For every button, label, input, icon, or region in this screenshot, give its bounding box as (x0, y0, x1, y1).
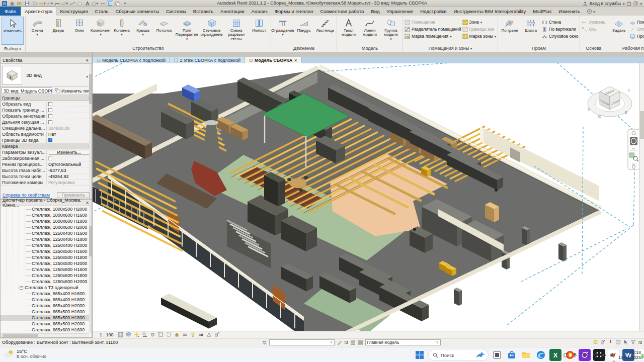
room-tag-button[interactable]: Марка помещения (405, 33, 461, 40)
visual-style-icon[interactable] (125, 332, 132, 338)
model-line-button[interactable]: Линия модели (360, 17, 380, 37)
set-workplane-button[interactable]: Задать (609, 17, 629, 33)
room-button[interactable]: Помещение (405, 19, 461, 26)
tree-item[interactable]: Стеллаж, 1000x600 H1800 (1, 218, 89, 224)
property-row[interactable]: Положение камерыРегулировка (1, 179, 92, 186)
edge-icon[interactable] (535, 349, 547, 361)
vertical-opening-button[interactable]: По вертикали (542, 26, 578, 33)
zoom-region-icon[interactable] (630, 153, 634, 157)
crop-visible-checkbox[interactable] (48, 108, 52, 112)
mullion-button[interactable]: Импост (249, 17, 269, 33)
door-button[interactable]: Дверь (48, 17, 68, 33)
undo-icon[interactable] (39, 1, 45, 6)
apply-button[interactable]: Применить (57, 192, 90, 198)
shaft-button[interactable]: Шахта (521, 17, 541, 33)
view-tab[interactable]: 1 этаж СБОРКА с подложкой (170, 57, 245, 63)
active-workset-select[interactable]: ∨ (269, 339, 335, 345)
worksets-icon[interactable] (262, 340, 267, 345)
collapse-icon[interactable] (20, 286, 23, 290)
exclude-options-icon[interactable] (593, 339, 598, 345)
sync-icon[interactable] (31, 1, 38, 6)
print-icon[interactable] (54, 1, 60, 6)
select-toggle-icon[interactable] (623, 339, 628, 345)
help-caret[interactable] (640, 1, 642, 6)
clock[interactable]: 20:1814.04.2025 (618, 350, 641, 360)
task-view-button[interactable] (491, 349, 503, 361)
displacement-sets-icon[interactable] (214, 332, 220, 338)
tree-item[interactable]: Стеллаж, 1250x600 H2000 (1, 279, 89, 285)
temporary-view-properties-icon[interactable] (198, 332, 204, 338)
tree-item[interactable]: Стеллаж, 665x400 H1600 (1, 291, 89, 297)
property-row[interactable]: Обрезать аннотации (1, 113, 92, 119)
tree-item[interactable]: Стеллаж, 1250x500 H2000 (1, 260, 89, 266)
column-button[interactable]: Колонна (112, 17, 132, 37)
floor-button[interactable]: Пол/Перекрытие (175, 17, 199, 41)
wall-opening-button[interactable]: Стена (542, 19, 578, 26)
railing-button[interactable]: Ограждение (273, 17, 293, 37)
section-camera[interactable]: Камера (1, 143, 92, 149)
tree-item[interactable]: Стеллаж, 665x500 H1600 (1, 309, 89, 315)
tab-file[interactable]: Файл (0, 7, 21, 16)
area-tag-button[interactable]: Марка зоны (462, 33, 496, 40)
ribbon-display-toggle[interactable] (584, 7, 595, 16)
start-button[interactable] (414, 349, 426, 361)
curtain-system-button[interactable]: Стеновое ограждение (200, 17, 223, 37)
help-button[interactable]: ? (633, 1, 638, 6)
property-row[interactable]: Область видимостиНет (1, 131, 92, 137)
properties-help-link[interactable]: Справка по свойствам (3, 193, 50, 198)
tray-touchpad-icon[interactable] (564, 352, 569, 358)
browser-scrollbar[interactable] (89, 206, 92, 333)
wall-button[interactable]: Стена (27, 17, 47, 37)
annotation-crop-checkbox[interactable] (48, 114, 52, 118)
microphone-icon[interactable] (572, 352, 578, 358)
tree-item[interactable]: Стеллаж, 665x600 H1600 (1, 327, 89, 333)
property-row[interactable]: Границы 3D вида (1, 137, 92, 143)
analytical-model-icon[interactable] (206, 332, 212, 338)
text-icon[interactable] (84, 1, 91, 6)
properties-close-icon[interactable] (85, 58, 90, 63)
volume-icon[interactable] (601, 352, 607, 358)
tree-item[interactable]: Стеллаж, 1250x400 H1600 (1, 230, 89, 236)
tree-item[interactable]: Стеллаж, 665x400 H1800 (1, 297, 89, 303)
tree-item-selected[interactable]: Стеллаж, 665x500 H1800 (1, 315, 89, 321)
level-button[interactable]: Уровень (582, 19, 605, 26)
app-store-icon[interactable] (626, 1, 631, 6)
tab-structure[interactable]: Конструкция (56, 7, 91, 16)
roof-button[interactable]: Крыша (133, 17, 153, 37)
viewcube[interactable]: Сверху Спереди Справа С В Ю З (588, 86, 632, 118)
section-boundaries[interactable]: Границы (1, 95, 92, 101)
tab-annotate[interactable]: Аннотации (217, 7, 248, 16)
show-crop-icon[interactable] (166, 332, 172, 338)
type-preview[interactable] (2, 66, 22, 85)
sign-in-button[interactable]: Вход в службы (590, 1, 621, 6)
stair-button[interactable]: Лестница (315, 17, 335, 33)
measure-icon[interactable] (61, 1, 68, 6)
tray-expand-icon[interactable]: ⌃ (556, 352, 560, 358)
tree-item[interactable]: Стеллаж, 1000x500 H2000 (1, 206, 89, 212)
crop-view-icon[interactable] (157, 332, 164, 338)
edit-in-place-icon[interactable] (600, 339, 606, 345)
save-icon[interactable] (24, 1, 30, 6)
graphics-options-button[interactable]: Изменить... (49, 150, 90, 155)
tab-insert[interactable]: Вставить (190, 7, 217, 16)
property-row[interactable]: Высота точки цели-49264,92 (1, 173, 92, 179)
grid-button[interactable]: Ось (582, 26, 605, 33)
section-box-checkbox[interactable] (48, 138, 52, 142)
tab-precast[interactable]: Сборные элементы (112, 7, 163, 16)
property-row[interactable]: Режим проециров...Ортогональный (1, 161, 92, 167)
property-row[interactable]: Показать границу ... (1, 107, 92, 113)
tab-collaborate[interactable]: Совместная работа (316, 7, 367, 16)
view-tab-active[interactable]: Модель СБОРКА (245, 57, 302, 63)
property-row[interactable]: Дальняя секущая ... (1, 119, 92, 125)
design-options-icon[interactable] (350, 340, 356, 345)
scale-button[interactable]: 1 : 100 (98, 332, 116, 337)
sign-in-caret[interactable] (623, 1, 625, 6)
tree-item[interactable]: Стеллаж, 1250x500 H1600 (1, 248, 89, 254)
shadows-icon[interactable] (141, 332, 148, 338)
battery-icon[interactable] (610, 352, 615, 358)
model-view[interactable]: Сверху Спереди Справа С В Ю З (93, 63, 644, 331)
type-dropdown-caret[interactable] (86, 71, 88, 80)
model-text-button[interactable]: Текст модели (339, 17, 359, 37)
tab-bim-interoperability[interactable]: Инструменты BIM Interoperability (450, 7, 529, 16)
tab-view[interactable]: Вид (367, 7, 383, 16)
